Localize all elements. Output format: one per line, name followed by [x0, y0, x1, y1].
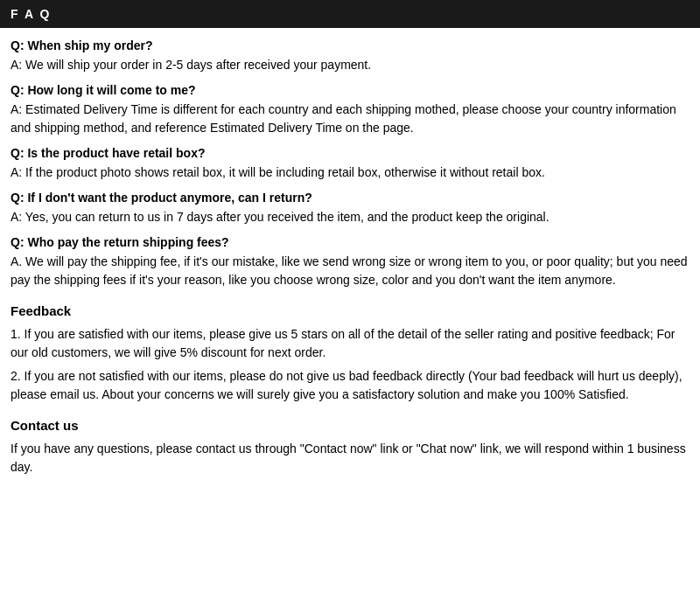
answer-3: A: If the product photo shows retail box…: [10, 163, 690, 182]
answer-5: A. We will pay the shipping fee, if it's…: [10, 253, 690, 289]
faq-item-3: Q: Is the product have retail box? A: If…: [10, 146, 690, 182]
question-1: Q: When ship my order?: [10, 38, 690, 52]
question-2: Q: How long it will come to me?: [10, 83, 690, 97]
feedback-title: Feedback: [10, 303, 690, 318]
question-3: Q: Is the product have retail box?: [10, 146, 690, 160]
faq-item-4: Q: If I don't want the product anymore, …: [10, 191, 690, 226]
contact-text: If you have any questions, please contac…: [10, 440, 690, 476]
answer-1: A: We will ship your order in 2-5 days a…: [10, 56, 690, 74]
feedback-section: Feedback 1. If you are satisfied with ou…: [10, 303, 690, 404]
answer-4: A: Yes, you can return to us in 7 days a…: [10, 208, 690, 226]
faq-item-5: Q: Who pay the return shipping fees? A. …: [10, 235, 690, 289]
contact-section: Contact us If you have any questions, pl…: [10, 418, 690, 476]
faq-section: Q: When ship my order? A: We will ship y…: [10, 38, 690, 289]
feedback-item-2: 2. If you are not satisfied with our ite…: [10, 367, 690, 404]
faq-item-1: Q: When ship my order? A: We will ship y…: [10, 38, 690, 74]
faq-item-2: Q: How long it will come to me? A: Estim…: [10, 83, 690, 137]
feedback-item-1: 1. If you are satisfied with our items, …: [10, 325, 690, 362]
contact-title: Contact us: [10, 418, 690, 433]
faq-title: F A Q: [10, 7, 51, 21]
answer-2: A: Estimated Delivery Time is different …: [10, 101, 690, 137]
faq-header: F A Q: [0, 0, 700, 28]
question-4: Q: If I don't want the product anymore, …: [10, 191, 690, 205]
question-5: Q: Who pay the return shipping fees?: [10, 235, 690, 249]
